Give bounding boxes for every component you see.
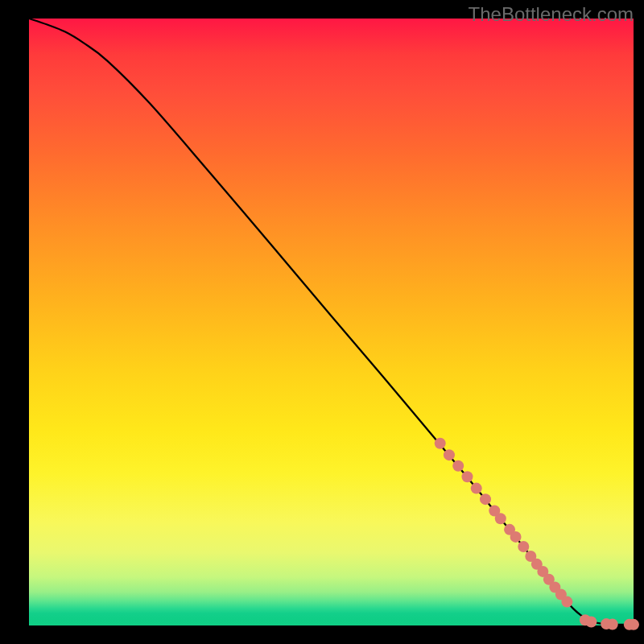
chart-svg: [29, 19, 634, 625]
curve-marker: [585, 616, 597, 627]
curve-marker: [628, 619, 639, 630]
curve-marker: [435, 438, 446, 449]
plot-area: [29, 19, 634, 625]
bottleneck-curve: [29, 19, 634, 625]
curve-marker: [495, 513, 506, 524]
curve-markers: [435, 438, 639, 630]
curve-marker: [607, 618, 618, 630]
curve-marker: [561, 597, 572, 608]
curve-marker: [518, 541, 529, 552]
curve-marker: [510, 531, 522, 543]
watermark-text: TheBottleneck.com: [469, 3, 634, 26]
curve-marker: [471, 483, 482, 494]
chart-frame: TheBottleneck.com: [0, 0, 644, 644]
curve-marker: [480, 493, 491, 505]
curve-marker: [461, 471, 473, 482]
curve-marker: [444, 449, 455, 460]
curve-marker: [452, 460, 464, 472]
